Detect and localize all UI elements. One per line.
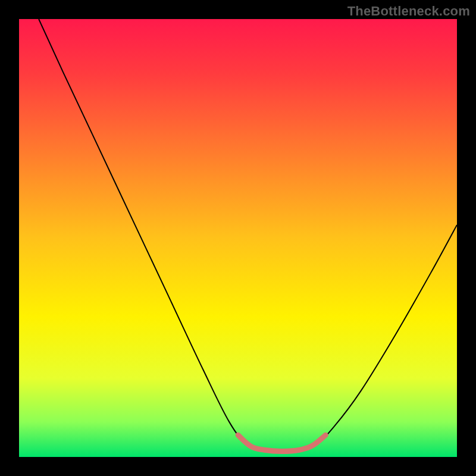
gradient-background: [19, 19, 457, 457]
plot-area: [19, 19, 457, 457]
chart-container: TheBottleneck.com: [0, 0, 476, 476]
chart-svg: [19, 19, 457, 457]
watermark-text: TheBottleneck.com: [347, 4, 470, 19]
